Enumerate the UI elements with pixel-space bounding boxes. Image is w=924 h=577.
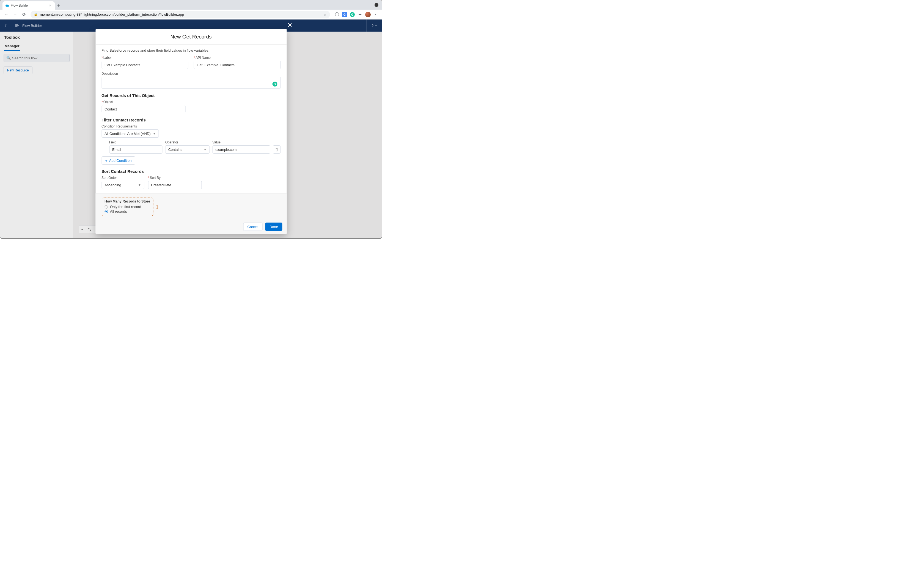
add-condition-button[interactable]: + Add Condition bbox=[102, 156, 135, 164]
section-filter: Filter Contact Records bbox=[102, 118, 281, 122]
radio-icon bbox=[105, 210, 108, 213]
tab-title: Flow Builder bbox=[11, 3, 47, 7]
label-input[interactable] bbox=[102, 61, 188, 69]
plus-icon: + bbox=[105, 158, 108, 163]
sort-by-label: Sort By bbox=[150, 176, 161, 180]
url-text: momentum-computing-884.lightning.force.c… bbox=[40, 12, 321, 16]
sort-order-label: Sort Order bbox=[102, 176, 144, 180]
section-get-object: Get Records of This Object bbox=[102, 93, 281, 98]
chevron-down-icon: ▼ bbox=[153, 132, 156, 135]
done-button[interactable]: Done bbox=[265, 222, 282, 231]
object-input[interactable] bbox=[102, 105, 186, 113]
app-title: Flow Builder bbox=[22, 24, 42, 28]
description-input[interactable] bbox=[102, 77, 281, 89]
browser-tab-strip: Flow Builder × + bbox=[0, 0, 382, 10]
chrome-menu-icon[interactable]: ⋮ bbox=[373, 12, 378, 17]
sort-order-select[interactable]: Ascending ▼ bbox=[102, 181, 144, 189]
profile-avatar[interactable] bbox=[365, 12, 371, 17]
bookmark-star-icon[interactable]: ☆ bbox=[323, 12, 327, 16]
forward-button: → bbox=[11, 11, 19, 18]
radio-all-records[interactable]: All records bbox=[105, 209, 150, 214]
condition-value-input[interactable] bbox=[212, 145, 270, 153]
label-label: Label bbox=[103, 56, 111, 60]
extension-icons: ⓘ G G ✦ ⋮ bbox=[333, 12, 380, 17]
sort-by-input[interactable] bbox=[148, 181, 202, 189]
extensions-puzzle-icon[interactable]: ✦ bbox=[357, 12, 362, 17]
radio-only-first[interactable]: Only the first record bbox=[105, 205, 150, 209]
records-to-store-title: How Many Records to Store bbox=[105, 200, 150, 203]
browser-tab[interactable]: Flow Builder × bbox=[2, 2, 55, 10]
new-get-records-modal: New Get Records Find Salesforce records … bbox=[95, 29, 286, 234]
condition-requirements-select[interactable]: All Conditions Are Met (AND) ▼ bbox=[102, 129, 159, 138]
address-bar: ← → ⟳ 🔒 momentum-computing-884.lightning… bbox=[0, 10, 382, 19]
flow-icon bbox=[15, 24, 19, 27]
toolbox-sidebar: Toolbox Manager 🔍 New Resource bbox=[0, 32, 73, 238]
app-brand: Flow Builder bbox=[11, 19, 46, 32]
condition-operator-label: Operator bbox=[165, 140, 210, 144]
chevron-down-icon: ▼ bbox=[138, 183, 141, 187]
api-name-label: API Name bbox=[195, 56, 211, 60]
extension-icon[interactable]: G bbox=[342, 12, 347, 17]
delete-condition-button[interactable] bbox=[273, 145, 281, 153]
toolbox-title: Toolbox bbox=[0, 32, 73, 42]
back-button[interactable]: ← bbox=[2, 11, 10, 18]
zoom-out-button[interactable]: − bbox=[79, 226, 86, 233]
modal-helptext: Find Salesforce records and store their … bbox=[102, 48, 281, 53]
help-menu[interactable]: ?▾ bbox=[366, 19, 382, 32]
modal-title: New Get Records bbox=[95, 29, 286, 45]
radio-icon bbox=[105, 205, 108, 208]
section-sort: Sort Contact Records bbox=[102, 169, 281, 174]
search-input[interactable] bbox=[3, 54, 69, 62]
description-label: Description bbox=[102, 72, 281, 76]
info-icon[interactable]: ⓘ bbox=[334, 12, 339, 17]
api-name-input[interactable] bbox=[194, 61, 281, 69]
app-back-button[interactable] bbox=[0, 19, 11, 32]
new-tab-button[interactable]: + bbox=[55, 2, 62, 10]
condition-field-input[interactable] bbox=[109, 145, 163, 153]
modal-close-icon[interactable]: ✕ bbox=[288, 22, 292, 29]
salesforce-cloud-icon bbox=[5, 3, 9, 7]
reload-button[interactable]: ⟳ bbox=[20, 11, 28, 18]
window-control-icon[interactable] bbox=[375, 3, 378, 7]
condition-field-label: Field bbox=[109, 140, 163, 144]
records-to-store-highlight: How Many Records to Store Only the first… bbox=[102, 198, 153, 216]
object-label: Object bbox=[103, 100, 113, 104]
grammarly-icon[interactable]: G bbox=[350, 12, 355, 17]
close-icon[interactable]: × bbox=[48, 3, 52, 7]
trash-icon bbox=[275, 148, 278, 152]
condition-requirements-label: Condition Requirements bbox=[102, 124, 159, 128]
url-bar[interactable]: 🔒 momentum-computing-884.lightning.force… bbox=[31, 11, 330, 18]
condition-value-label: Value bbox=[212, 140, 270, 144]
condition-operator-select[interactable]: Contains ▼ bbox=[165, 145, 210, 153]
fit-button[interactable] bbox=[86, 226, 93, 233]
lock-icon: 🔒 bbox=[34, 13, 38, 16]
cancel-button[interactable]: Cancel bbox=[243, 222, 262, 231]
grammarly-icon[interactable]: G bbox=[272, 82, 277, 87]
annotation-marker: 1 bbox=[156, 204, 158, 210]
chevron-down-icon: ▼ bbox=[204, 148, 207, 151]
tab-manager[interactable]: Manager bbox=[4, 42, 20, 51]
new-resource-button[interactable]: New Resource bbox=[3, 66, 32, 74]
search-icon: 🔍 bbox=[6, 56, 11, 60]
